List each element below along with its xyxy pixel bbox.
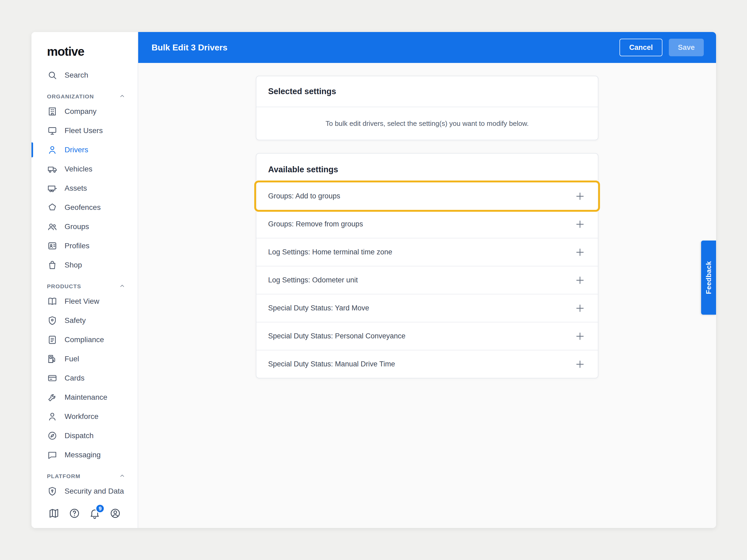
monitor-icon [47,125,58,136]
available-settings-title: Available settings [256,154,598,182]
sidebar-item-dispatch[interactable]: Dispatch [31,426,138,445]
feedback-tab[interactable]: Feedback [701,241,716,315]
notification-badge: 9 [95,504,105,513]
save-button[interactable]: Save [669,39,704,56]
shield-lock-icon [47,486,58,497]
sidebar-nav: Search ORGANIZATION Company Fleet Users … [31,65,138,499]
sidebar-item-groups[interactable]: Groups [31,217,138,236]
credit-card-icon [47,373,58,383]
plus-icon[interactable] [574,331,586,342]
section-header-organization[interactable]: ORGANIZATION [31,85,138,102]
setting-row-groups-remove[interactable]: Groups: Remove from groups [256,210,598,238]
motive-logo: motive [31,32,138,65]
trailer-icon [47,183,58,194]
map-icon[interactable] [48,507,60,519]
sidebar-item-assets[interactable]: Assets [31,179,138,198]
plus-icon[interactable] [574,303,586,314]
fuel-pump-icon [47,354,58,364]
sidebar-item-fleet-view[interactable]: Fleet View [31,292,138,311]
account-icon[interactable] [109,507,121,519]
setting-row-yard-move[interactable]: Special Duty Status: Yard Move [256,294,598,322]
page-title: Bulk Edit 3 Drivers [152,43,619,53]
sidebar-item-messaging[interactable]: Messaging [31,445,138,464]
main-area: Bulk Edit 3 Drivers Cancel Save Selected… [138,32,716,528]
selected-settings-empty-text: To bulk edit drivers, select the setting… [256,107,598,140]
setting-row-personal-conveyance[interactable]: Special Duty Status: Personal Conveyance [256,322,598,350]
sidebar-search[interactable]: Search [31,65,138,85]
groups-icon [47,221,58,232]
section-header-platform[interactable]: PLATFORM [31,464,138,482]
clipboard-icon [47,335,58,345]
plus-icon[interactable] [574,359,586,370]
help-icon[interactable] [69,507,80,519]
sidebar-item-drivers[interactable]: Drivers [31,140,138,159]
shield-icon [47,315,58,326]
wrench-icon [47,392,58,403]
sidebar-item-company[interactable]: Company [31,102,138,121]
sidebar-search-label: Search [65,71,88,79]
compass-icon [47,430,58,441]
plus-icon[interactable] [574,275,586,286]
sidebar-item-vehicles[interactable]: Vehicles [31,159,138,179]
id-card-icon [47,241,58,251]
plus-icon[interactable] [574,191,586,202]
sidebar-item-cards[interactable]: Cards [31,369,138,388]
content-area: Selected settings To bulk edit drivers, … [138,63,716,528]
available-settings-list: Groups: Add to groups Groups: Remove fro… [256,182,598,378]
notifications-bell[interactable]: 9 [89,507,101,519]
sidebar: motive Search ORGANIZATION Company Fleet… [31,32,138,528]
setting-row-groups-add[interactable]: Groups: Add to groups [256,182,598,210]
setting-row-odometer-unit[interactable]: Log Settings: Odometer unit [256,266,598,294]
selected-settings-card: Selected settings To bulk edit drivers, … [256,76,598,140]
shopping-bag-icon [47,260,58,270]
truck-icon [47,164,58,175]
sidebar-item-geofences[interactable]: Geofences [31,198,138,217]
company-icon [47,106,58,117]
map-book-icon [47,296,58,306]
app-window: motive Search ORGANIZATION Company Fleet… [31,32,716,528]
sidebar-footer: 9 [31,499,138,528]
bulk-edit-header: Bulk Edit 3 Drivers Cancel Save [138,32,716,63]
feedback-tab-label: Feedback [704,261,713,294]
sidebar-item-fuel[interactable]: Fuel [31,349,138,369]
setting-row-home-terminal-time-zone[interactable]: Log Settings: Home terminal time zone [256,238,598,266]
person-icon [47,411,58,422]
available-settings-card: Available settings Groups: Add to groups… [256,153,598,378]
sidebar-item-compliance[interactable]: Compliance [31,330,138,349]
plus-icon[interactable] [574,247,586,258]
geofence-icon [47,202,58,213]
section-header-products[interactable]: PRODUCTS [31,275,138,292]
sidebar-item-security-and-data[interactable]: Security and Data [31,482,138,499]
chevron-up-icon[interactable] [119,92,126,100]
setting-row-manual-drive-time[interactable]: Special Duty Status: Manual Drive Time [256,350,598,378]
driver-icon [47,144,58,155]
sidebar-item-shop[interactable]: Shop [31,256,138,275]
sidebar-item-profiles[interactable]: Profiles [31,236,138,256]
plus-icon[interactable] [574,219,586,230]
cancel-button[interactable]: Cancel [619,39,663,56]
chat-icon [47,450,58,460]
selected-settings-title: Selected settings [256,76,598,107]
chevron-up-icon[interactable] [119,472,126,479]
sidebar-item-workforce[interactable]: Workforce [31,407,138,426]
search-icon [47,70,58,81]
sidebar-item-safety[interactable]: Safety [31,311,138,330]
chevron-up-icon[interactable] [119,282,126,290]
sidebar-item-fleet-users[interactable]: Fleet Users [31,121,138,140]
sidebar-item-maintenance[interactable]: Maintenance [31,388,138,407]
